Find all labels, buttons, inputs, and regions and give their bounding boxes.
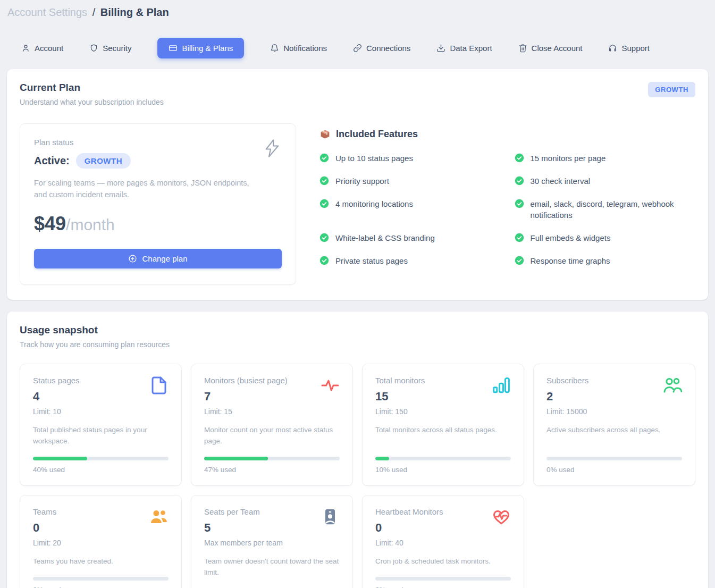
- feature-label: 15 monitors per page: [531, 153, 606, 164]
- check-circle-icon: [515, 199, 524, 208]
- check-circle-icon: [515, 176, 524, 186]
- check-circle-icon: [515, 256, 524, 265]
- arrow-up-circle-icon: [128, 254, 137, 263]
- progress-bar: [204, 457, 340, 460]
- tab-account[interactable]: Account: [21, 44, 63, 53]
- usage-grid-row-1: Status pages 4 Limit: 10 Total published…: [20, 364, 695, 486]
- feature-label: email, slack, discord, telegram, webhook…: [531, 198, 696, 222]
- activity-icon: [321, 376, 340, 397]
- plan-badge: GROWTH: [648, 82, 695, 97]
- tab-connections[interactable]: Connections: [353, 44, 410, 53]
- check-circle-icon: [515, 153, 524, 163]
- usage-title: Usage snapshot: [20, 324, 170, 336]
- percent-used-label: 47% used: [204, 466, 340, 474]
- bell-icon: [270, 44, 279, 53]
- tab-billing-plans[interactable]: Billing & Plans: [157, 38, 244, 58]
- tab-data-export[interactable]: Data Export: [436, 44, 492, 53]
- tab-label: Close Account: [532, 44, 583, 53]
- package-icon: [319, 129, 331, 140]
- progress-bar: [375, 577, 511, 581]
- usage-card-value: 5: [204, 521, 283, 535]
- usage-card-description: Active subscribers across all pages.: [546, 425, 682, 436]
- check-circle-icon: [319, 256, 329, 265]
- feature-item: 4 monitoring locations: [319, 198, 501, 210]
- change-plan-label: Change plan: [142, 254, 187, 263]
- progress-bar: [375, 457, 511, 460]
- plan-description: For scaling teams — more pages & monitor…: [34, 177, 252, 201]
- tab-label: Connections: [366, 44, 410, 53]
- current-plan-panel: Current Plan Understand what your subscr…: [7, 69, 708, 300]
- page-title: Billing & Plan: [100, 6, 169, 18]
- usage-card-value: 15: [375, 390, 425, 404]
- tab-label: Notifications: [283, 44, 327, 53]
- users-icon: [663, 376, 682, 397]
- usage-card-subscribers: Subscribers 2 Limit: 15000 Active subscr…: [533, 364, 695, 486]
- download-icon: [436, 44, 445, 53]
- usage-card-limit: Limit: 15: [204, 407, 288, 416]
- usage-card-title: Monitors (busiest page): [204, 376, 288, 385]
- plan-status-card: Plan status Active: GROWTH For scaling t…: [20, 123, 296, 285]
- usage-card-limit: Limit: 15000: [546, 407, 588, 416]
- percent-used-label: 0% used: [375, 586, 511, 588]
- percent-used-label: 10% used: [375, 466, 511, 474]
- plan-status-label: Plan status: [34, 138, 282, 147]
- shield-icon: [89, 44, 98, 53]
- check-circle-icon: [319, 153, 329, 163]
- usage-card-description: Total published status pages in your wor…: [33, 425, 169, 447]
- tab-security[interactable]: Security: [89, 44, 131, 53]
- percent-used-label: 40% used: [33, 466, 169, 474]
- user-icon: [21, 44, 30, 53]
- feature-label: White-label & CSS branding: [335, 232, 435, 244]
- feature-item: Private status pages: [319, 255, 501, 267]
- tab-label: Data Export: [450, 44, 492, 53]
- usage-card-limit: Limit: 10: [33, 407, 80, 416]
- usage-card-description: Cron job & scheduled task monitors.: [375, 556, 511, 567]
- trash-icon: [518, 44, 527, 53]
- change-plan-button[interactable]: Change plan: [34, 249, 282, 268]
- percent-used-label: 0% used: [546, 466, 682, 474]
- plan-price-period: /month: [66, 216, 115, 233]
- usage-card-value: 7: [204, 390, 288, 404]
- usage-card-value: 2: [546, 390, 588, 404]
- feature-item: Up to 10 status pages: [319, 153, 501, 164]
- plan-price: $49: [34, 213, 66, 234]
- feature-item: Response time graphs: [515, 255, 696, 267]
- headset-icon: [608, 44, 617, 53]
- heart-pulse-icon: [492, 507, 511, 528]
- tab-label: Billing & Plans: [182, 44, 233, 53]
- tab-label: Security: [103, 44, 131, 53]
- progress-bar: [33, 457, 169, 460]
- file-icon: [149, 376, 169, 397]
- plan-status-value: Active:: [34, 155, 70, 167]
- tab-support[interactable]: Support: [608, 44, 650, 53]
- usage-card-limit: Limit: 150: [375, 407, 425, 416]
- tab-label: Support: [621, 44, 650, 53]
- usage-snapshot-panel: Usage snapshot Track how you are consumi…: [7, 312, 708, 588]
- usage-card-title: Heartbeat Monitors: [375, 507, 443, 516]
- tab-close-account[interactable]: Close Account: [518, 44, 583, 53]
- usage-subtitle: Track how you are consuming plan resourc…: [20, 340, 170, 349]
- usage-card-description: Team owner doesn't count toward the seat…: [204, 556, 340, 578]
- breadcrumb-section[interactable]: Account Settings: [7, 6, 87, 18]
- feature-label: Full embeds & widgets: [531, 232, 611, 244]
- usage-card-title: Subscribers: [546, 376, 588, 385]
- usage-card-value: 0: [375, 521, 443, 535]
- usage-card-total-monitors: Total monitors 15 Limit: 150 Total monit…: [362, 364, 524, 486]
- feature-item: 30 check interval: [515, 175, 696, 187]
- usage-card-monitors-busiest: Monitors (busiest page) 7 Limit: 15 Moni…: [191, 364, 353, 486]
- usage-card-description: Total monitors across all status pages.: [375, 425, 511, 436]
- lightning-bolt-icon: [263, 138, 282, 161]
- usage-card-description: Monitor count on your most active status…: [204, 425, 340, 447]
- usage-card-title: Status pages: [33, 376, 80, 385]
- feature-label: Priority support: [335, 175, 389, 187]
- tab-notifications[interactable]: Notifications: [270, 44, 327, 53]
- feature-item: White-label & CSS branding: [319, 232, 501, 244]
- breadcrumb-separator: /: [90, 6, 98, 18]
- users-filled-icon: [149, 507, 169, 528]
- usage-card-limit: Limit: 20: [33, 539, 61, 547]
- usage-card-title: Teams: [33, 507, 61, 516]
- bar-chart-icon: [492, 376, 511, 397]
- usage-grid-row-2: Teams 0 Limit: 20 Teams you have created…: [20, 495, 695, 588]
- plan-name-pill: GROWTH: [76, 153, 131, 169]
- link-icon: [353, 44, 362, 53]
